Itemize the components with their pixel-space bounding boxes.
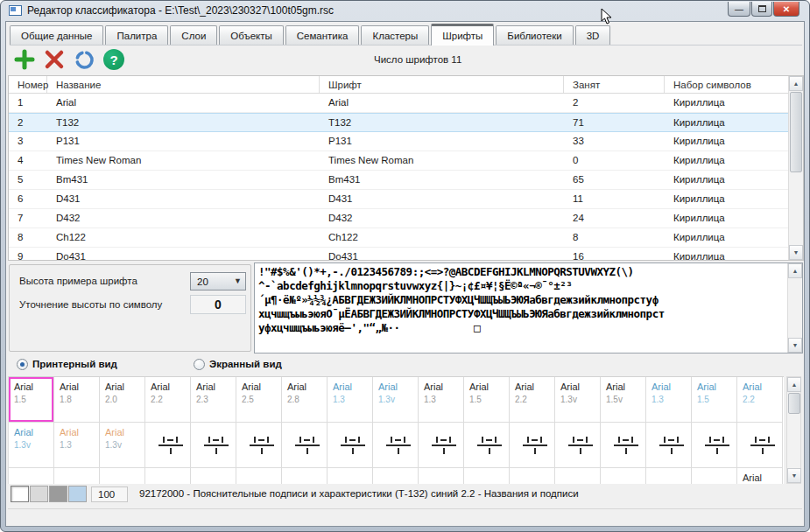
scroll-down-icon[interactable]: ▼ bbox=[788, 338, 802, 353]
scale-value-box[interactable]: 100 bbox=[91, 486, 128, 502]
empty-sample-cell[interactable] bbox=[646, 468, 692, 484]
symbol-sample-cell[interactable] bbox=[419, 423, 464, 468]
empty-sample-cell[interactable] bbox=[601, 468, 646, 484]
scroll-thumb[interactable] bbox=[790, 92, 802, 172]
tab-shrifty[interactable]: Шрифты bbox=[431, 24, 494, 46]
column-header[interactable]: Набор символов bbox=[665, 76, 803, 93]
empty-sample-cell[interactable] bbox=[145, 468, 191, 484]
symbol-sample-cell[interactable] bbox=[236, 423, 282, 468]
preview-scrollbar[interactable]: ▲ ▼ bbox=[787, 263, 802, 353]
printer-view-radio[interactable] bbox=[17, 359, 28, 370]
title-bar[interactable]: Редактор классификатора - E:\Test\_2023\… bbox=[1, 1, 809, 21]
font-sample-cell[interactable]: Arial2.5 bbox=[236, 377, 282, 423]
empty-sample-cell[interactable] bbox=[100, 468, 145, 484]
empty-sample-cell[interactable] bbox=[510, 468, 555, 484]
height-dropdown[interactable]: 20 ▼ bbox=[190, 272, 246, 290]
font-sample-cell[interactable]: Arial1.5 bbox=[9, 377, 54, 423]
empty-sample-cell[interactable] bbox=[692, 468, 737, 484]
scroll-up-icon[interactable]: ▲ bbox=[788, 263, 802, 278]
symbol-sample-cell[interactable] bbox=[737, 423, 783, 468]
font-sample-cell[interactable]: Arial2.2 bbox=[145, 377, 191, 423]
symbol-sample-cell[interactable] bbox=[464, 423, 510, 468]
color-swatch-dark-gray[interactable] bbox=[49, 486, 67, 502]
table-row[interactable]: 1ArialArial2Кириллица bbox=[9, 94, 803, 113]
font-sample-cell[interactable]: Arial1.3v bbox=[100, 423, 145, 468]
symbol-sample-cell[interactable] bbox=[328, 423, 373, 468]
table-row[interactable]: 5Bm431Bm43165Кириллица bbox=[9, 171, 803, 190]
symbol-sample-cell[interactable] bbox=[692, 423, 737, 468]
scroll-down-icon[interactable]: ▼ bbox=[787, 468, 801, 483]
empty-sample-cell[interactable] bbox=[419, 468, 464, 484]
symbol-sample-cell[interactable] bbox=[555, 423, 601, 468]
font-sample-cell[interactable]: Arial2.3 bbox=[191, 377, 236, 423]
font-sample-cell[interactable]: Arial1.8 bbox=[54, 377, 100, 423]
empty-sample-cell[interactable] bbox=[282, 468, 328, 484]
empty-sample-cell[interactable] bbox=[328, 468, 373, 484]
refresh-button[interactable] bbox=[73, 48, 95, 71]
column-header[interactable]: Шрифт bbox=[320, 76, 564, 93]
symbol-sample-cell[interactable] bbox=[373, 423, 419, 468]
font-sample-cell[interactable]: Arial1.3 bbox=[419, 377, 464, 423]
minimize-button[interactable]: — bbox=[728, 2, 750, 17]
tab-sloi[interactable]: Слои bbox=[170, 25, 217, 45]
grid-scrollbar[interactable]: ▲ ▼ bbox=[786, 376, 801, 484]
column-header[interactable]: Номер bbox=[9, 76, 47, 93]
font-sample-cell[interactable]: Arial bbox=[737, 468, 783, 484]
font-sample-cell[interactable]: Arial1.5 bbox=[692, 377, 737, 423]
color-swatch-light-blue[interactable] bbox=[68, 486, 87, 502]
table-row[interactable]: 6D431D43111Кириллица bbox=[9, 190, 803, 209]
screen-view-radio[interactable] bbox=[194, 359, 205, 370]
table-row[interactable]: 7D432D43224Кириллица bbox=[9, 209, 803, 228]
font-sample-cell[interactable]: Arial2.2 bbox=[510, 377, 555, 423]
table-row[interactable]: 2T132T13271Кириллица bbox=[9, 113, 803, 132]
font-sample-cell[interactable]: Arial2.0 bbox=[100, 377, 145, 423]
color-swatch-light-gray[interactable] bbox=[30, 486, 48, 502]
close-button[interactable]: ✕ bbox=[773, 2, 799, 17]
symbol-sample-cell[interactable] bbox=[646, 423, 692, 468]
color-swatch-white[interactable] bbox=[11, 486, 29, 502]
empty-sample-cell[interactable] bbox=[555, 468, 601, 484]
table-row[interactable]: 8Ch122Ch1228Кириллица bbox=[9, 228, 803, 248]
tab-obekty[interactable]: Объекты bbox=[219, 25, 283, 45]
symbol-sample-cell[interactable] bbox=[510, 423, 555, 468]
font-sample-cell[interactable]: Arial2.2 bbox=[737, 377, 783, 423]
scroll-up-icon[interactable]: ▲ bbox=[789, 76, 803, 91]
column-header[interactable]: Название bbox=[47, 76, 320, 93]
scroll-up-icon[interactable]: ▲ bbox=[787, 377, 801, 392]
empty-sample-cell[interactable] bbox=[191, 468, 236, 484]
table-scrollbar[interactable]: ▲ ▼ bbox=[788, 76, 803, 260]
symbol-sample-cell[interactable] bbox=[282, 423, 328, 468]
maximize-button[interactable] bbox=[751, 2, 772, 17]
empty-sample-cell[interactable] bbox=[236, 468, 282, 484]
table-row[interactable]: 3P131P13133Кириллица bbox=[9, 132, 803, 151]
tab-klastery[interactable]: Кластеры bbox=[361, 25, 429, 45]
refine-value-field[interactable]: 0 bbox=[190, 295, 246, 314]
symbol-sample-cell[interactable] bbox=[145, 423, 191, 468]
tab-palitra[interactable]: Палитра bbox=[105, 25, 168, 45]
delete-font-button[interactable] bbox=[43, 48, 66, 71]
add-font-button[interactable] bbox=[13, 48, 36, 71]
tab-obshchie-dannye[interactable]: Общие данные bbox=[10, 25, 103, 45]
font-sample-cell[interactable]: Arial1.3v bbox=[373, 377, 419, 423]
scroll-thumb[interactable] bbox=[788, 393, 800, 414]
help-button[interactable]: ? bbox=[102, 48, 125, 71]
font-sample-cell[interactable]: Arial1.3 bbox=[54, 423, 100, 468]
font-sample-cell[interactable]: Arial1.3 bbox=[646, 377, 692, 423]
tab-biblioteki[interactable]: Библиотеки bbox=[496, 25, 573, 45]
font-sample-cell[interactable]: Arial1.3 bbox=[328, 377, 373, 423]
column-header[interactable]: Занят bbox=[564, 76, 665, 93]
empty-sample-cell[interactable] bbox=[9, 468, 54, 484]
empty-sample-cell[interactable] bbox=[373, 468, 419, 484]
tab-semantika[interactable]: Семантика bbox=[285, 25, 360, 45]
font-sample-cell[interactable]: Arial1.5v bbox=[601, 377, 646, 423]
empty-sample-cell[interactable] bbox=[54, 468, 100, 484]
table-row[interactable]: 9Do431Do43116Кириллица bbox=[9, 248, 803, 261]
font-sample-cell[interactable]: Arial2.8 bbox=[282, 377, 328, 423]
table-row[interactable]: 4Times New RomanTimes New Roman0Кириллиц… bbox=[9, 151, 803, 171]
scroll-down-icon[interactable]: ▼ bbox=[789, 245, 803, 260]
font-sample-cell[interactable]: Arial1.3v bbox=[9, 423, 54, 468]
empty-sample-cell[interactable] bbox=[464, 468, 510, 484]
symbol-sample-cell[interactable] bbox=[601, 423, 646, 468]
font-sample-cell[interactable]: Arial1.5 bbox=[464, 377, 510, 423]
font-sample-cell[interactable]: Arial1.3v bbox=[555, 377, 601, 423]
